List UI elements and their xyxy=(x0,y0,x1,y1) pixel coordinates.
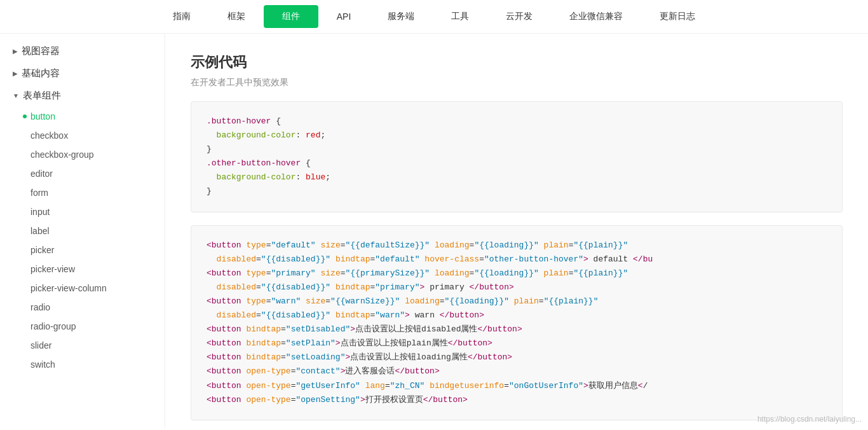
sidebar-item-label: picker-view xyxy=(31,264,75,274)
sidebar-item-label: input xyxy=(31,207,50,217)
sidebar-item-label: picker xyxy=(31,245,54,255)
sidebar-section-basic-content[interactable]: 基础内容 xyxy=(0,62,165,85)
sidebar-item-editor[interactable]: editor xyxy=(0,164,165,183)
nav-item-指南[interactable]: 指南 xyxy=(154,5,209,28)
sidebar-item-switch[interactable]: switch xyxy=(0,355,165,374)
sidebar-item-label: radio xyxy=(31,302,50,312)
sidebar-item-label: checkbox-group xyxy=(31,149,94,160)
dot-placeholder xyxy=(23,134,27,137)
dot-placeholder xyxy=(23,324,27,328)
dot-placeholder xyxy=(23,343,27,347)
dot-placeholder xyxy=(23,248,27,252)
sidebar-item-picker-view-column[interactable]: picker-view-column xyxy=(0,279,165,298)
nav-item-更新日志[interactable]: 更新日志 xyxy=(641,5,714,28)
top-navigation: 指南框架组件API服务端工具云开发企业微信兼容更新日志 xyxy=(0,0,868,34)
sidebar-item-label: button xyxy=(31,111,55,121)
sidebar-item-label: editor xyxy=(31,169,53,179)
dot-placeholder xyxy=(23,267,27,271)
sidebar-section-label: 表单组件 xyxy=(23,90,61,102)
chevron-icon xyxy=(13,70,18,77)
code-block-html: <button type="default" size="{{defaultSi… xyxy=(191,225,843,420)
dot-placeholder xyxy=(23,191,27,195)
sidebar-section-label: 基础内容 xyxy=(22,67,60,80)
sidebar-item-label: switch xyxy=(31,359,55,370)
code-block-css: .button-hover { background-color: red; }… xyxy=(191,101,843,212)
dot-placeholder xyxy=(23,286,27,290)
nav-item-服务端[interactable]: 服务端 xyxy=(369,5,433,28)
sidebar-item-form[interactable]: form xyxy=(0,183,165,202)
content-area: 示例代码 在开发者工具中预览效果 .button-hover { backgro… xyxy=(165,34,868,427)
sidebar-item-radio-group[interactable]: radio-group xyxy=(0,317,165,336)
chevron-icon xyxy=(13,92,19,99)
dot-placeholder xyxy=(23,305,27,309)
page-title: 示例代码 xyxy=(191,53,843,72)
sidebar-item-label: radio-group xyxy=(31,321,76,331)
sidebar-item-label[interactable]: label xyxy=(0,221,165,240)
nav-item-框架[interactable]: 框架 xyxy=(209,5,264,28)
sidebar-item-label: picker-view-column xyxy=(31,283,107,293)
sidebar-item-label: label xyxy=(31,226,50,236)
sidebar-item-radio[interactable]: radio xyxy=(0,298,165,317)
sidebar-section-view-container[interactable]: 视图容器 xyxy=(0,40,165,62)
sidebar-section-form-components[interactable]: 表单组件 xyxy=(0,85,165,107)
nav-item-企业微信兼容[interactable]: 企业微信兼容 xyxy=(551,5,641,28)
sidebar: 视图容器基础内容表单组件buttoncheckboxcheckbox-group… xyxy=(0,34,165,427)
nav-item-API[interactable]: API xyxy=(318,6,370,27)
sidebar-item-picker[interactable]: picker xyxy=(0,240,165,260)
sidebar-item-checkbox-group[interactable]: checkbox-group xyxy=(0,145,165,164)
sidebar-item-button[interactable]: button xyxy=(0,107,165,126)
active-dot-icon xyxy=(23,114,27,118)
section-subtitle: 在开发者工具中预览效果 xyxy=(191,77,843,88)
dot-placeholder xyxy=(23,363,27,366)
sidebar-item-checkbox[interactable]: checkbox xyxy=(0,126,165,145)
sidebar-item-slider[interactable]: slider xyxy=(0,336,165,355)
dot-placeholder xyxy=(23,172,27,176)
dot-placeholder xyxy=(23,229,27,233)
sidebar-item-input[interactable]: input xyxy=(0,202,165,221)
sidebar-item-label: slider xyxy=(31,340,51,350)
sidebar-items-form-components: buttoncheckboxcheckbox-groupeditorformin… xyxy=(0,107,165,374)
nav-item-工具[interactable]: 工具 xyxy=(433,5,487,28)
dot-placeholder xyxy=(23,153,27,156)
nav-item-组件[interactable]: 组件 xyxy=(264,5,318,28)
nav-item-云开发[interactable]: 云开发 xyxy=(487,5,551,28)
dot-placeholder xyxy=(23,210,27,214)
chevron-icon xyxy=(13,48,18,55)
sidebar-item-label: checkbox xyxy=(31,130,68,141)
main-layout: 视图容器基础内容表单组件buttoncheckboxcheckbox-group… xyxy=(0,34,868,427)
sidebar-item-label: form xyxy=(31,188,48,198)
sidebar-item-picker-view[interactable]: picker-view xyxy=(0,260,165,279)
sidebar-section-label: 视图容器 xyxy=(22,45,60,57)
